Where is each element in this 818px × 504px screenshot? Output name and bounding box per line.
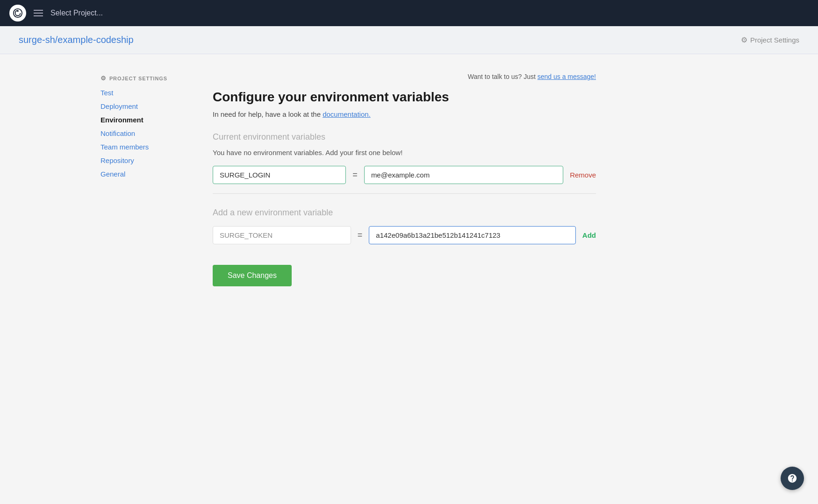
send-message-link[interactable]: send us a message! — [538, 73, 596, 80]
project-settings-link[interactable]: ⚙ Project Settings — [741, 35, 799, 44]
svg-point-1 — [17, 10, 19, 12]
top-nav: Select Project... — [0, 0, 818, 26]
project-settings-label: Project Settings — [750, 36, 799, 44]
documentation-link[interactable]: documentation. — [323, 110, 371, 118]
sidebar: ⚙ PROJECT SETTINGS Test Deployment Envir… — [100, 73, 194, 286]
page-heading: Configure your environment variables — [213, 90, 596, 105]
remove-button[interactable]: Remove — [570, 171, 596, 179]
sidebar-item-environment[interactable]: Environment — [100, 114, 194, 126]
hamburger-menu[interactable] — [34, 10, 43, 16]
current-section-heading: Current environment variables — [213, 132, 596, 142]
help-text: In need for help, have a look at the doc… — [213, 110, 596, 118]
gear-icon: ⚙ — [741, 35, 747, 44]
sidebar-item-deployment[interactable]: Deployment — [100, 100, 194, 113]
sidebar-item-test[interactable]: Test — [100, 86, 194, 99]
content-area: Want to talk to us? Just send us a messa… — [194, 73, 615, 286]
env-variable-row: = Remove — [213, 166, 596, 184]
env-key-input[interactable] — [213, 166, 346, 184]
gear-small-icon: ⚙ — [100, 75, 107, 82]
project-selector[interactable]: Select Project... — [50, 9, 103, 17]
add-section-heading: Add a new environment variable — [213, 208, 596, 218]
section-divider — [213, 193, 596, 194]
new-env-key-input[interactable] — [213, 226, 351, 244]
logo-icon — [13, 8, 23, 18]
sidebar-item-general[interactable]: General — [100, 168, 194, 180]
sidebar-nav: Test Deployment Environment Notification… — [100, 86, 194, 180]
logo — [9, 5, 26, 21]
add-button[interactable]: Add — [582, 231, 596, 239]
sidebar-item-notification[interactable]: Notification — [100, 127, 194, 140]
sidebar-item-repository[interactable]: Repository — [100, 154, 194, 167]
new-env-variable-row: = Add — [213, 226, 596, 244]
equals-sign: = — [352, 170, 358, 180]
main-container: ⚙ PROJECT SETTINGS Test Deployment Envir… — [82, 54, 736, 305]
top-message: Want to talk to us? Just send us a messa… — [213, 73, 596, 80]
no-vars-message: You have no environment variables. Add y… — [213, 149, 596, 156]
env-value-input[interactable] — [364, 166, 563, 184]
sub-header: surge-sh/example-codeship ⚙ Project Sett… — [0, 26, 818, 54]
project-title-link[interactable]: surge-sh/example-codeship — [19, 35, 134, 45]
save-changes-button[interactable]: Save Changes — [213, 265, 292, 286]
new-equals-sign: = — [358, 230, 363, 240]
new-env-value-input[interactable] — [369, 226, 575, 244]
sidebar-section-label: ⚙ PROJECT SETTINGS — [100, 75, 194, 82]
sidebar-item-team-members[interactable]: Team members — [100, 141, 194, 153]
